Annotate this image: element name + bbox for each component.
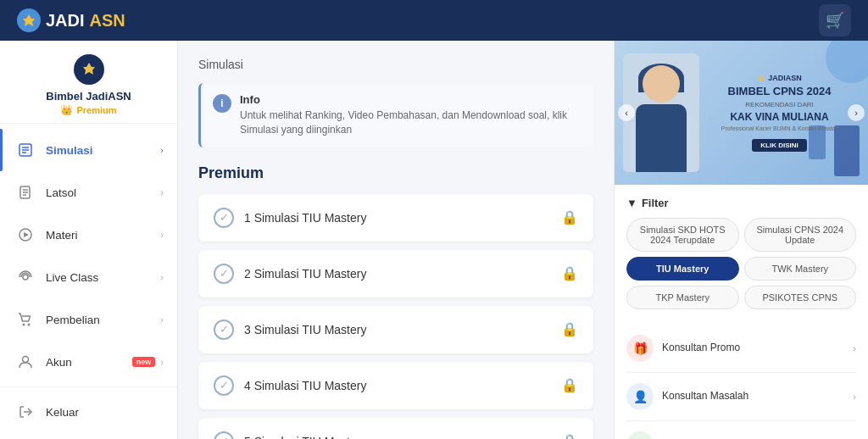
konsultan-promo-icon: 🎁 [626, 335, 654, 362]
konsultan-promo-chevron: › [853, 343, 856, 353]
svg-point-12 [28, 324, 31, 326]
logo-jadi: JADI [46, 11, 85, 31]
konsultan-masalah-chevron: › [853, 392, 856, 402]
filter-twk[interactable]: TWK Mastery [744, 257, 857, 281]
pembelian-icon [14, 308, 37, 331]
latsol-label: Latsol [46, 186, 160, 199]
svg-point-13 [23, 357, 29, 363]
simulasi-name-2: 2 Simulasi TIU Mastery [244, 267, 366, 281]
akun-icon [14, 350, 37, 374]
pembelian-chevron: › [160, 314, 164, 325]
check-icon-1: ✓ [214, 208, 234, 228]
simulasi-list: ✓ 1 Simulasi TIU Mastery 🔒 ✓ 2 Simulasi … [198, 194, 593, 439]
simulasi-item-3[interactable]: ✓ 3 Simulasi TIU Mastery 🔒 [198, 306, 593, 353]
banner-desc: Professional Karier BUMN & Konten Kreato… [706, 125, 853, 131]
sidebar-item-live-class[interactable]: Live Class › [0, 256, 177, 298]
pembelian-label: Pembelian [46, 314, 160, 326]
simulasi-chevron: › [160, 145, 164, 155]
lock-icon-2: 🔒 [561, 265, 578, 281]
check-icon-2: ✓ [214, 264, 234, 284]
filter-tkp[interactable]: TKP Mastery [626, 286, 739, 309]
lock-icon-3: 🔒 [561, 321, 578, 337]
banner-main-title: BIMBEL CPNS 2024 [706, 86, 853, 97]
sidebar-logo [74, 54, 104, 85]
cart-button[interactable]: 🛒 [819, 4, 851, 36]
banner-cta[interactable]: KLIK DISINI [752, 139, 806, 152]
info-icon: i [213, 94, 231, 113]
live-class-label: Live Class [46, 271, 160, 284]
header-logo: JADIASN [17, 8, 125, 32]
latsol-chevron: › [160, 187, 164, 197]
crown-icon: 👑 [60, 104, 73, 116]
akun-chevron: › [160, 357, 164, 367]
konsultan-masalah-label: Konsultan Masalah [662, 390, 844, 403]
filter-icon: ▼ [626, 197, 637, 209]
banner-rekomendasi: REKOMENDASI DARI [706, 101, 853, 108]
sidebar-item-pembelian[interactable]: Pembelian › [0, 298, 177, 341]
konsultan-promo-label: Konsultan Promo [662, 342, 844, 355]
keluar-label: Keluar [46, 406, 164, 419]
sidebar-item-simulasi[interactable]: Simulasi › [0, 129, 177, 171]
links-section: 🎁 Konsultan Promo › 👤 Konsultan Masalah … [615, 325, 868, 439]
sidebar-item-keluar[interactable]: Keluar [0, 391, 177, 433]
latsol-icon [14, 181, 37, 204]
simulasi-item-1[interactable]: ✓ 1 Simulasi TIU Mastery 🔒 [198, 194, 593, 242]
link-konsultan-masalah[interactable]: 👤 Konsultan Masalah › [626, 373, 856, 421]
svg-point-10 [23, 275, 28, 280]
filter-section: ▼ Filter Simulasi SKD HOTS 2024 Terupdat… [615, 197, 868, 325]
banner-name: KAK VINA MULIANA [706, 111, 853, 123]
link-konsultan-promo[interactable]: 🎁 Konsultan Promo › [626, 325, 856, 373]
simulasi-name-4: 4 Simulasi TIU Mastery [244, 379, 366, 392]
banner-logo: JADIASN [706, 74, 853, 82]
live-class-icon [14, 265, 37, 289]
banner-text-area: JADIASN BIMBEL CPNS 2024 REKOMENDASI DAR… [699, 74, 860, 151]
premium-badge: 👑 Premium [60, 104, 116, 116]
check-icon-3: ✓ [214, 320, 234, 340]
info-box: i Info Untuk melihat Ranking, Video Pemb… [198, 83, 593, 147]
banner-next-button[interactable]: › [848, 104, 865, 121]
check-icon-4: ✓ [214, 375, 234, 396]
header: JADIASN 🛒 [0, 0, 868, 41]
lock-icon-1: 🔒 [561, 209, 578, 225]
filter-psikotes[interactable]: PSIKOTES CPNS [744, 286, 857, 309]
info-desc: Untuk melihat Ranking, Video Pembahasan,… [240, 108, 581, 137]
simulasi-item-2[interactable]: ✓ 2 Simulasi TIU Mastery 🔒 [198, 250, 593, 297]
materi-chevron: › [160, 230, 164, 240]
svg-point-11 [23, 324, 25, 326]
materi-label: Materi [46, 229, 160, 242]
sidebar-nav: Simulasi › Latsol › Materi › [0, 129, 177, 433]
keluar-icon [14, 400, 37, 424]
content-area: Simulasi i Info Untuk melihat Ranking, V… [178, 41, 614, 439]
sidebar-brand: Bimbel JadiASN 👑 Premium [0, 41, 177, 124]
lock-icon-4: 🔒 [561, 377, 578, 393]
konsultan-masalah-icon: 👤 [626, 383, 654, 410]
banner-area[interactable]: JADIASN BIMBEL CPNS 2024 REKOMENDASI DAR… [615, 41, 868, 185]
simulasi-icon [14, 138, 37, 162]
section-title: Simulasi [198, 58, 593, 71]
sidebar-item-latsol[interactable]: Latsol › [0, 171, 177, 214]
join-grup-icon: 👥 [626, 431, 654, 439]
simulasi-name-1: 1 Simulasi TIU Mastery [244, 211, 366, 225]
filter-grid: Simulasi SKD HOTS 2024 Terupdate Simulas… [626, 218, 856, 309]
sidebar-item-materi[interactable]: Materi › [0, 214, 177, 256]
info-title: Info [240, 93, 581, 106]
akun-label: Akun [46, 356, 132, 369]
sidebar-brand-name: Bimbel JadiASN [46, 90, 131, 103]
materi-icon [14, 223, 37, 247]
filter-tiu[interactable]: TIU Mastery [626, 257, 739, 281]
new-badge: new [132, 357, 156, 367]
filter-title: ▼ Filter [626, 197, 856, 209]
simulasi-label: Simulasi [46, 144, 160, 157]
lock-icon-5: 🔒 [561, 433, 578, 439]
simulasi-item-4[interactable]: ✓ 4 Simulasi TIU Mastery 🔒 [198, 362, 593, 409]
simulasi-item-5[interactable]: ✓ 5 Simulasi TIU Mastery 🔒 [198, 418, 593, 439]
check-icon-5: ✓ [214, 431, 234, 439]
premium-title: Premium [198, 164, 593, 182]
banner-prev-button[interactable]: ‹ [618, 104, 635, 121]
link-join-grup[interactable]: 👥 Join Grup Gratis Belajar CPNS 2024 › [626, 421, 856, 439]
simulasi-name-5: 5 Simulasi TIU Mastery [244, 435, 366, 439]
filter-cpns[interactable]: Simulasi CPNS 2024 Update [744, 218, 857, 252]
svg-marker-9 [24, 232, 29, 237]
filter-skd[interactable]: Simulasi SKD HOTS 2024 Terupdate [626, 218, 739, 252]
sidebar-item-akun[interactable]: Akun new › [0, 341, 177, 383]
